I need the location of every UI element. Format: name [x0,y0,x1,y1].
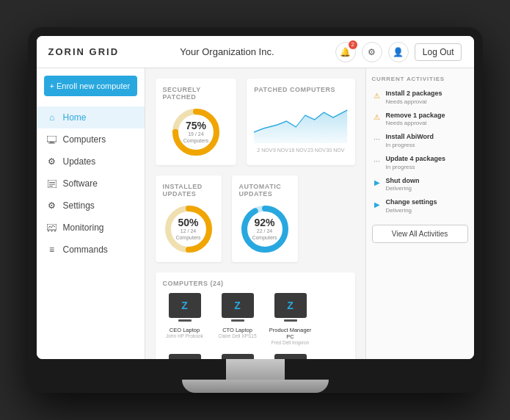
x-label-5: 30 NOV [327,148,345,153]
activity-title-4: Shut down [386,177,468,186]
svg-marker-13 [254,110,347,143]
computers-icon [47,134,57,145]
automatic-updates-card: AUTOMATIC UPDATES 92% [232,175,298,262]
profile-button[interactable]: 👤 [388,42,409,62]
activity-item-1: ⚠ Remove 1 package Needs approval [372,112,468,127]
activity-text-3: Update 4 packages In progress [386,155,468,170]
monitor-stand [37,359,474,393]
computers-section-label: COMPUTERS (24) [163,280,348,287]
spacer [308,175,355,262]
bottom-stats-row: INSTALLED UPDATES 50% [156,175,355,262]
automatic-updates-donut-container: 92% 22 / 24 Computers [239,203,291,255]
computers-grid: Z CEO Laptop John HP Probook Z [163,293,348,359]
activity-status-2: In progress [386,142,468,148]
securely-patched-percent: 75% [183,120,208,131]
patched-computers-label: PATCHED COMPUTERS [254,86,347,93]
installed-updates-center: 50% 12 / 24 Computers [175,217,200,241]
activity-text-0: Install 2 packages Needs approval [386,90,468,105]
logout-button[interactable]: Log Out [415,43,462,61]
right-panel: CURRENT ACTIVITIES ⚠ Install 2 packages … [365,68,474,359]
svg-rect-5 [49,184,55,184]
stand-neck [226,359,285,380]
list-item[interactable]: Z Senior Engineer PC Michael Dell PC [163,354,207,359]
activity-text-4: Shut down Delivering [386,177,468,192]
chart-area: 2 NOV 9 NOV 16 NOV 23 NOV 30 NOV [254,99,347,153]
header-title: Your Organization Inc. [180,46,274,57]
notification-badge: 2 [349,40,357,49]
installed-updates-fraction: 12 / 24 Computers [175,228,200,241]
activity-status-5: Delivering [386,207,468,214]
svg-rect-0 [47,136,57,142]
sidebar-item-monitoring[interactable]: Monitoring [37,217,145,239]
computer-icon-3: Z [169,354,201,359]
dots-icon-0: ··· [372,134,382,144]
updates-icon: ⚙ [47,156,57,167]
activity-title-3: Update 4 packages [386,155,468,164]
app: ZORIN GRID Your Organization Inc. 🔔 2 ⚙ … [37,36,474,359]
patched-computers-card: PATCHED COMPUTERS [247,79,354,165]
header: ZORIN GRID Your Organization Inc. 🔔 2 ⚙ … [37,36,474,68]
computer-icon-2: Z [274,293,307,318]
enroll-button[interactable]: + Enroll new computer [44,76,137,96]
activity-title-1: Remove 1 package [386,112,468,120]
svg-rect-2 [48,142,55,143]
svg-rect-4 [49,182,55,183]
list-item[interactable]: Z CTO Laptop Claire Dell XPS15 [216,293,260,345]
computer-sub-1: Claire Dell XPS15 [218,333,256,338]
installed-updates-card: INSTALLED UPDATES 50% [156,175,222,262]
sp-sublabel: Computers [183,138,208,143]
activity-item-5: ▶ Change settings Delivering [372,198,468,214]
sidebar-item-monitoring-label: Monitoring [63,222,104,233]
list-item[interactable]: Z CEO Laptop John HP Probook [163,293,207,345]
sidebar-item-software[interactable]: Software [37,173,145,195]
sidebar-item-settings-label: Settings [63,200,95,211]
activity-text-5: Change settings Delivering [386,198,468,214]
activity-text-1: Remove 1 package Needs approval [386,112,468,127]
activity-status-3: In progress [386,164,468,170]
sidebar-item-computers[interactable]: Computers [37,128,145,151]
header-actions: 🔔 2 ⚙ 👤 Log Out [335,42,462,62]
list-item[interactable]: Z Product Manager PC Fred Dell Inspiron [269,293,313,345]
x-label-3: 16 NOV [289,148,307,153]
computer-icon-0: Z [169,293,201,318]
sidebar-item-commands[interactable]: ≡ Commands [37,239,145,261]
top-stats-row: SECURELY PATCHED 75% [156,79,355,165]
dots-icon-1: ··· [372,156,382,166]
activity-status-4: Delivering [386,185,468,192]
activity-title-0: Install 2 packages [386,90,468,98]
settings-nav-icon: ⚙ [47,200,57,211]
iu-num: 12 [181,228,186,233]
automatic-updates-donut: 92% 22 / 24 Computers [239,203,291,255]
au-sublabel: Computers [252,235,277,240]
sidebar-item-commands-label: Commands [63,245,108,255]
securely-patched-label: SECURELY PATCHED [163,86,230,101]
automatic-updates-percent: 92% [252,217,277,228]
notifications-button[interactable]: 🔔 2 [335,42,356,62]
installed-updates-donut-container: 50% 12 / 24 Computers [163,203,214,255]
list-item[interactable]: Z [269,354,313,359]
installed-updates-donut: 50% 12 / 24 Computers [163,203,214,255]
sidebar-item-home[interactable]: ⌂ Home [37,106,145,128]
computer-icon-4: Z [222,354,254,359]
view-all-button[interactable]: View All Activities [372,225,468,243]
iu-den: 24 [190,228,196,233]
computer-sub-2: Fred Dell Inspiron [269,340,313,345]
logo: ZORIN GRID [48,46,120,57]
sidebar-item-updates-label: Updates [63,156,96,167]
activities-title: CURRENT ACTIVITIES [372,76,468,82]
list-item[interactable]: Z [216,354,260,359]
main-content: SECURELY PATCHED 75% [145,68,365,359]
activity-item-4: ▶ Shut down Delivering [372,177,468,192]
computer-name-1: CTO Laptop [218,327,256,333]
sidebar-item-settings[interactable]: ⚙ Settings [37,195,145,217]
svg-rect-6 [49,186,53,187]
svg-point-8 [48,230,49,231]
activity-item-3: ··· Update 4 packages In progress [372,155,468,170]
stand-base [182,380,329,393]
computer-name-2: Product Manager PC [269,327,313,340]
iu-sublabel: Computers [175,235,200,240]
activity-status-1: Needs approval [386,120,468,126]
settings-button[interactable]: ⚙ [362,42,382,62]
sidebar-item-updates[interactable]: ⚙ Updates [37,151,145,173]
securely-patched-donut: 75% 19 / 24 Computers [170,106,222,158]
